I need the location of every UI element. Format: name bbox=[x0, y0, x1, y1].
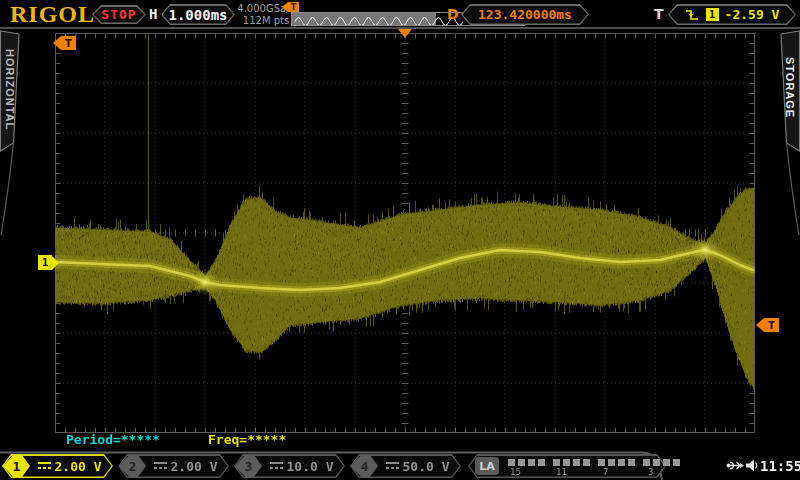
trigger-letter: T bbox=[764, 318, 779, 332]
la-bits-group bbox=[508, 459, 545, 466]
la-bit-label: 7 bbox=[603, 467, 608, 477]
left-arrow-icon bbox=[756, 318, 764, 332]
trigger-position-marker[interactable] bbox=[398, 29, 412, 38]
run-state-label: STOP bbox=[94, 7, 145, 23]
channel1-scale: 2.00 V bbox=[52, 454, 104, 478]
beeper-icon bbox=[746, 459, 759, 472]
channel3-badge[interactable]: 3 10.0 V bbox=[234, 454, 345, 478]
usb-icon bbox=[726, 459, 745, 472]
memory-depth: 112M pts bbox=[237, 15, 295, 27]
run-state-badge[interactable]: STOP bbox=[92, 5, 146, 24]
timebase-value: 1.000ms bbox=[163, 6, 234, 24]
la-bits-group bbox=[598, 459, 635, 466]
measurement-period: Period=***** bbox=[66, 432, 160, 447]
left-arrow-icon bbox=[53, 36, 61, 50]
trigger-badge[interactable]: 1 -2.59 V bbox=[668, 4, 796, 25]
dc-coupling-icon bbox=[386, 462, 399, 470]
trigger-level-value: -2.59 V bbox=[725, 7, 780, 22]
delay-badge[interactable]: 123.420000ms bbox=[461, 4, 589, 25]
logic-analyzer-badge[interactable]: LA 15 11 7 3 bbox=[468, 454, 666, 478]
waveform-canvas bbox=[55, 33, 755, 433]
horizontal-label: H bbox=[149, 6, 157, 22]
delay-value: 123.420000ms bbox=[463, 6, 588, 24]
trigger-source-badge: 1 bbox=[706, 8, 719, 21]
clock: 11:55 bbox=[760, 458, 800, 474]
memory-trigger-letter: T bbox=[288, 2, 299, 12]
dc-coupling-icon bbox=[154, 462, 167, 470]
la-bits-group bbox=[643, 459, 680, 466]
channel2-scale: 2.00 V bbox=[168, 454, 220, 478]
channel1-number: 1 bbox=[38, 255, 52, 270]
timebase-badge[interactable]: 1.000ms bbox=[161, 4, 235, 25]
trigger-label: T bbox=[654, 6, 664, 22]
la-bits-group bbox=[553, 459, 590, 466]
trigger-letter: T bbox=[61, 36, 76, 50]
memory-trigger-marker: T bbox=[282, 2, 299, 12]
measurement-freq: Freq=***** bbox=[208, 432, 286, 447]
right-arrow-icon bbox=[52, 256, 59, 270]
la-bit-label: 3 bbox=[648, 467, 653, 477]
dc-coupling-icon bbox=[270, 462, 283, 470]
la-bit-label: 15 bbox=[510, 467, 521, 477]
oscilloscope-screen: RIGOL STOP H 1.000ms 4.000GSa/s 112M pts… bbox=[0, 0, 800, 480]
falling-edge-icon bbox=[685, 8, 700, 22]
channel4-badge[interactable]: 4 50.0 V bbox=[350, 454, 461, 478]
channel3-scale: 10.0 V bbox=[284, 454, 336, 478]
tab-horizontal[interactable]: HORIZONTAL bbox=[3, 45, 17, 135]
tab-storage[interactable]: STORAGE bbox=[783, 42, 797, 134]
la-label: LA bbox=[475, 457, 499, 475]
delay-label: D bbox=[447, 6, 459, 22]
rigol-logo: RIGOL bbox=[10, 1, 95, 28]
channel4-scale: 50.0 V bbox=[400, 454, 452, 478]
la-bit-label: 11 bbox=[556, 467, 567, 477]
dc-coupling-icon bbox=[38, 462, 51, 470]
channel2-badge[interactable]: 2 2.00 V bbox=[118, 454, 229, 478]
trigger-level-marker[interactable]: T bbox=[756, 318, 779, 332]
channel1-badge[interactable]: 1 2.00 V bbox=[2, 454, 113, 478]
trigger-position-offscreen-marker[interactable]: T bbox=[53, 36, 76, 50]
channel1-ground-marker[interactable]: 1 bbox=[38, 255, 59, 270]
